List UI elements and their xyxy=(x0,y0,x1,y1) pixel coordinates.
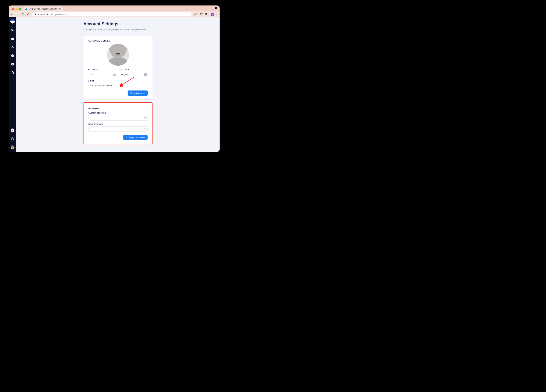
sidebar-publish-icon[interactable] xyxy=(11,28,14,32)
address-bar: vistasocial.com/preferences A xyxy=(9,11,220,17)
first-name-label: First Name xyxy=(88,68,117,71)
url-host: vistasocial.com xyxy=(38,13,53,16)
password-manager-icon[interactable] xyxy=(144,117,147,119)
browser-tab[interactable]: Vista Social - Account Settings ✕ xyxy=(23,6,63,11)
svg-point-2 xyxy=(195,14,196,15)
last-name-label: Last Name xyxy=(119,68,148,71)
email-input[interactable] xyxy=(88,83,148,88)
viewport: 31 + Account Settings Ma xyxy=(9,17,220,152)
url-path: /preferences xyxy=(55,13,67,16)
sidebar-user-avatar[interactable] xyxy=(11,145,14,149)
content-area: Account Settings Manage your Vista Socia… xyxy=(16,17,220,152)
profile-avatar-button[interactable]: A xyxy=(211,13,214,16)
sidebar-listening-icon[interactable] xyxy=(11,54,14,57)
current-password-label: Current password xyxy=(88,112,148,114)
sidebar-reports-icon[interactable] xyxy=(11,71,14,74)
contact-card-icon xyxy=(113,73,116,76)
app-sidebar: 31 + xyxy=(9,17,16,152)
sidebar-calendar-icon[interactable]: 31 xyxy=(11,37,14,40)
first-name-input[interactable] xyxy=(88,72,117,77)
maximize-window-button[interactable] xyxy=(19,8,21,10)
tab-bar: Vista Social - Account Settings ✕ + xyxy=(9,6,220,11)
first-name-field: First Name xyxy=(88,68,117,77)
svg-point-12 xyxy=(114,74,115,75)
menu-icon[interactable] xyxy=(217,13,217,16)
back-button[interactable] xyxy=(11,13,14,16)
close-window-button[interactable] xyxy=(12,8,14,10)
settings-page: Account Settings Manage your Vista Socia… xyxy=(84,21,153,152)
window-controls xyxy=(11,8,23,11)
email-label: Email xyxy=(88,79,148,82)
current-password-input[interactable] xyxy=(88,115,148,120)
sidebar-help-icon[interactable] xyxy=(11,137,14,140)
svg-point-0 xyxy=(214,7,217,9)
change-password-button[interactable]: Change password xyxy=(123,135,148,140)
save-changes-button[interactable]: Save changes xyxy=(128,90,148,96)
reload-button[interactable] xyxy=(22,13,24,16)
personal-section-title: PERSONAL DETAILS xyxy=(88,40,148,42)
forward-button[interactable] xyxy=(16,13,19,16)
svg-rect-1 xyxy=(35,14,36,15)
page-title: Account Settings xyxy=(84,21,153,26)
last-name-input[interactable] xyxy=(119,72,148,77)
key-icon[interactable] xyxy=(194,12,197,16)
svg-point-13 xyxy=(144,117,146,118)
new-password-label: New password xyxy=(88,123,148,125)
sidebar-inbox-icon[interactable] xyxy=(11,45,14,49)
svg-text:31: 31 xyxy=(12,38,13,40)
current-password-field: Current password xyxy=(88,112,148,120)
svg-point-16 xyxy=(145,128,145,129)
password-manager-icon[interactable] xyxy=(144,128,147,130)
avatar-upload[interactable] xyxy=(107,44,129,66)
svg-rect-11 xyxy=(113,74,115,76)
bookmark-icon[interactable] xyxy=(200,12,203,16)
new-password-field: New password xyxy=(88,123,148,132)
password-section-title: PASSWORD xyxy=(88,107,148,110)
email-field: Email xyxy=(88,79,148,88)
sidebar-add-button[interactable]: + xyxy=(11,128,14,132)
last-name-field: Last Name ••• xyxy=(119,68,148,77)
home-button[interactable] xyxy=(27,13,30,16)
svg-point-14 xyxy=(145,117,145,118)
close-tab-icon[interactable]: ✕ xyxy=(59,8,61,10)
camera-icon xyxy=(116,52,120,57)
minimize-window-button[interactable] xyxy=(16,8,18,10)
favicon-icon xyxy=(25,8,27,10)
toggle-icon[interactable] xyxy=(214,6,220,11)
autofill-badge-icon: ••• xyxy=(144,73,147,76)
toolbar-right: A xyxy=(194,12,218,16)
new-password-input[interactable] xyxy=(88,126,148,132)
sidebar-reviews-icon[interactable] xyxy=(11,62,14,66)
page-subtitle: Manage your Vista Social profile informa… xyxy=(84,28,153,31)
lock-icon xyxy=(34,13,36,15)
browser-window: Vista Social - Account Settings ✕ + vist… xyxy=(9,6,220,152)
app-logo[interactable] xyxy=(10,19,15,24)
svg-point-15 xyxy=(144,128,146,130)
new-tab-button[interactable]: + xyxy=(63,7,68,11)
tab-title: Vista Social - Account Settings xyxy=(29,8,58,10)
password-card: PASSWORD Current password New password xyxy=(84,102,153,145)
personal-details-card: PERSONAL DETAILS First Name xyxy=(84,36,153,100)
url-input[interactable]: vistasocial.com/preferences xyxy=(32,12,192,16)
svg-point-10 xyxy=(117,54,119,55)
extensions-icon[interactable] xyxy=(205,13,208,16)
svg-rect-4 xyxy=(11,38,14,38)
